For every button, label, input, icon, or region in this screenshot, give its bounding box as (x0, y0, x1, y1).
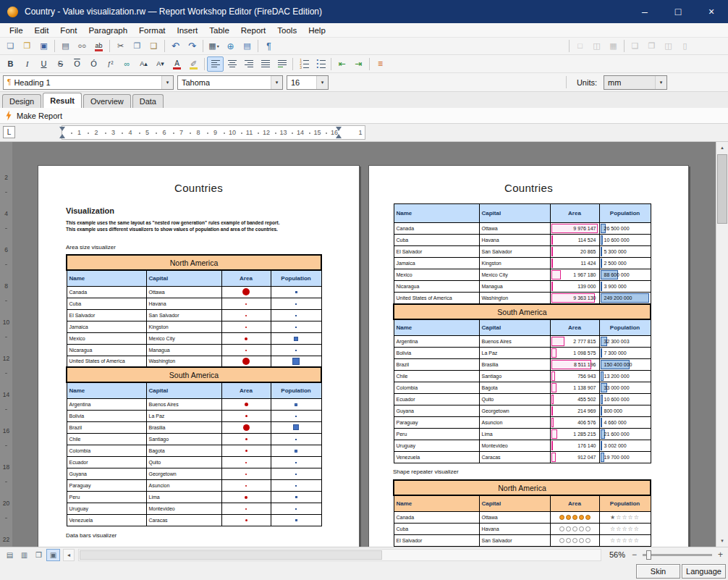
font-color-icon[interactable]: A (169, 56, 185, 72)
tab-stop-selector[interactable]: L (3, 126, 15, 138)
menu-paragraph[interactable]: Paragraph (82, 25, 133, 36)
make-report-bar[interactable]: Make Report (0, 108, 728, 124)
scroll-left-icon[interactable]: ◂ (63, 549, 75, 561)
overline-icon[interactable]: O (69, 56, 85, 72)
menu-font[interactable]: Font (54, 25, 82, 36)
language-button[interactable]: Language (682, 564, 726, 579)
zoom-in-button[interactable]: + (716, 550, 725, 560)
italic-icon[interactable]: I (19, 56, 35, 72)
font-size-combo[interactable]: 16 ▾ (287, 75, 329, 90)
cut-icon[interactable]: ✂ (112, 38, 129, 54)
find-icon[interactable]: ⊙⊙ (74, 38, 90, 54)
page-layout-view-icon[interactable]: ❐ (32, 549, 46, 561)
paste-icon[interactable]: ❑ (145, 38, 162, 54)
shrink-font-icon[interactable]: A▾ (152, 56, 169, 72)
increase-indent-icon[interactable]: ⇥ (350, 56, 367, 72)
copy-icon[interactable]: ❐ (129, 38, 145, 54)
units-combo[interactable]: mm ▾ (604, 75, 667, 90)
report-page-left[interactable]: Countries Visualization This example use… (38, 165, 360, 547)
close-button[interactable]: × (695, 0, 728, 23)
first-line-indent-marker[interactable] (59, 127, 65, 131)
table-frame-icon: ◫ (588, 38, 605, 54)
scroll-up-icon[interactable]: ▴ (716, 142, 728, 154)
menu-table[interactable]: Table (203, 25, 235, 36)
dropdown-icon[interactable]: ▾ (655, 76, 666, 89)
menu-edit[interactable]: Edit (29, 25, 55, 36)
scroll-down-icon[interactable]: ▾ (716, 535, 728, 547)
left-indent-marker[interactable] (59, 134, 65, 138)
population-bar-cell: 21 600 000 (599, 428, 651, 440)
table-row: MexicoMexico City1 967 18088 600 000 (394, 269, 651, 281)
insert-hyperlink-icon[interactable]: ⊕ (222, 38, 239, 54)
column-header-row: NameCapitalAreaPopulation (394, 495, 651, 511)
capital-cell: Lima (479, 428, 550, 440)
align-right-icon[interactable] (240, 56, 257, 72)
tab-overview[interactable]: Overview (83, 94, 131, 108)
paragraph-style-combo[interactable]: ¶ Heading 1 ▾ (3, 75, 174, 90)
dropdown-icon[interactable]: ▾ (316, 76, 328, 89)
menu-help[interactable]: Help (302, 25, 331, 36)
save-icon[interactable]: ▣ (35, 38, 52, 54)
new-document-icon[interactable]: ❏ (2, 38, 19, 54)
insert-page-icon[interactable]: ▤ (239, 38, 255, 54)
menu-insert[interactable]: Insert (172, 25, 204, 36)
line-spacing-icon[interactable]: ≡ (372, 56, 389, 72)
dropdown-icon[interactable]: ▾ (271, 76, 282, 89)
zoom-slider-thumb[interactable] (646, 550, 651, 560)
bullet-list-icon[interactable]: ••• (312, 56, 329, 72)
ruler-tick (5, 445, 7, 446)
ruler-number: 7 (179, 129, 183, 136)
menu-tools[interactable]: Tools (271, 25, 302, 36)
table-row: GuyanaGeorgetown214 969800 000 (394, 405, 651, 416)
highlight-color-icon[interactable]: ✐ (185, 56, 202, 72)
align-center-icon[interactable] (224, 56, 240, 72)
hyperlink-icon[interactable]: ∞ (119, 56, 135, 72)
vertical-ruler[interactable]: 246810121416182022 (0, 142, 12, 547)
insert-table-icon[interactable]: ▦▾ (206, 38, 222, 54)
formatting-marks-icon[interactable]: ¶ (261, 38, 277, 54)
spellcheck-icon[interactable]: ab (90, 38, 107, 54)
open-file-icon[interactable]: ❒ (19, 38, 35, 54)
vertical-scrollbar[interactable]: ▴ ▾ (716, 142, 728, 547)
maximize-button[interactable]: □ (661, 0, 695, 23)
tab-result[interactable]: Result (43, 93, 82, 108)
bold-icon[interactable]: B (2, 56, 19, 72)
report-page-right[interactable]: Countries NameCapitalAreaPopulationCanad… (368, 165, 689, 547)
subscript-superscript-icon[interactable]: ƒ² (102, 56, 119, 72)
dropdown-icon[interactable]: ▾ (161, 76, 173, 89)
character-accent-icon[interactable]: Ó (85, 56, 102, 72)
horizontal-ruler[interactable]: 123456789101112131415161 (62, 125, 365, 140)
undo-icon[interactable]: ↶ (167, 38, 184, 54)
zoom-slider[interactable] (643, 554, 712, 556)
redo-icon[interactable]: ↷ (184, 38, 200, 54)
titlebar[interactable]: Country - Value visualization.rw — Repor… (0, 0, 728, 23)
area-dot-cell (221, 503, 271, 514)
force-justify-icon[interactable] (274, 56, 290, 72)
grow-font-icon[interactable]: A▴ (135, 56, 152, 72)
font-name-combo[interactable]: Tahoma ▾ (177, 75, 283, 90)
ruler-number: 4 (0, 210, 12, 217)
zoom-out-button[interactable]: − (630, 550, 639, 560)
decrease-indent-icon[interactable]: ⇤ (334, 56, 350, 72)
tab-design[interactable]: Design (2, 94, 41, 108)
menu-file[interactable]: File (4, 25, 29, 36)
horizontal-scrollbar[interactable] (78, 549, 601, 561)
strikethrough-icon[interactable]: S (52, 56, 69, 72)
vertical-scrollbar-thumb[interactable] (717, 154, 727, 224)
align-left-icon[interactable] (207, 56, 224, 72)
underline-icon[interactable]: U (35, 56, 52, 72)
menu-report[interactable]: Report (235, 25, 272, 36)
minimize-button[interactable]: – (628, 0, 661, 23)
two-pages-view-icon[interactable]: ▣ (46, 549, 60, 561)
skin-button[interactable]: Skin (636, 564, 680, 579)
population-stars-cell: ★☆☆☆☆ (599, 511, 651, 523)
horizontal-scrollbar-thumb[interactable] (80, 550, 382, 560)
tab-data[interactable]: Data (132, 94, 164, 108)
menu-format[interactable]: Format (133, 25, 171, 36)
web-layout-view-icon[interactable]: ▥ (17, 549, 31, 561)
print-icon[interactable]: ▤ (57, 38, 74, 54)
numbered-list-icon[interactable]: 123 (295, 56, 312, 72)
normal-view-icon[interactable]: ▤ (3, 549, 17, 561)
align-justify-icon[interactable] (257, 56, 274, 72)
population-value: 33 000 000 (600, 382, 651, 393)
